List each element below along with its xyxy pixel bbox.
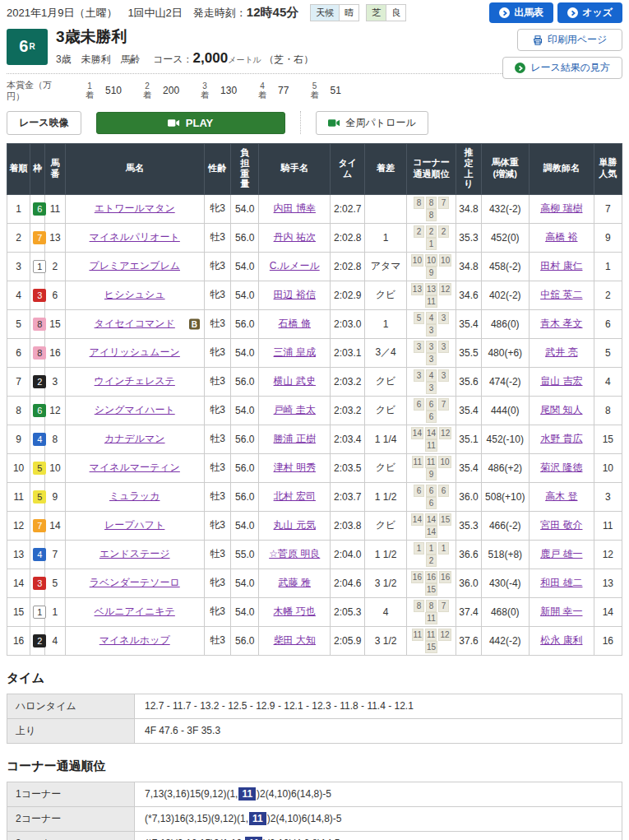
horse-link[interactable]: マイネルマーティン — [90, 462, 180, 473]
trainer-link[interactable]: 水野 貴広 — [540, 433, 582, 444]
jockey-link[interactable]: ☆菅原 明良 — [269, 548, 320, 559]
finish-position: 12 — [7, 511, 30, 540]
win-favorite: 4 — [594, 367, 622, 396]
entries-button[interactable]: 出馬表 — [489, 2, 553, 23]
horse-link[interactable]: ヒシシュシュ — [104, 289, 165, 300]
finish-time: 2:05.9 — [331, 626, 365, 655]
jockey-link[interactable]: 丹内 祐次 — [274, 231, 316, 243]
corner-section-title: コーナー通過順位 — [7, 759, 622, 774]
trainer-link[interactable]: 新開 幸一 — [540, 606, 582, 617]
patrol-video-button[interactable]: 全周パトロール — [316, 111, 428, 135]
estimated-last-3f: 35.4 — [456, 396, 481, 425]
jockey-link[interactable]: 津村 明秀 — [274, 462, 316, 473]
horse-link[interactable]: エンドステージ — [99, 548, 170, 559]
jockey-link[interactable]: 勝浦 正樹 — [274, 433, 316, 444]
jockey-link[interactable]: C.ルメール — [270, 260, 320, 271]
trainer-link[interactable]: 尾関 知人 — [540, 404, 582, 415]
corner-pass-number: 6 — [438, 485, 449, 497]
trainer-cell: 畠山 吉宏 — [530, 367, 594, 396]
horse-link[interactable]: ベルニアイニキテ — [95, 606, 175, 617]
jockey-link[interactable]: 石橋 脩 — [279, 318, 311, 329]
jockey-link[interactable]: 田辺 裕信 — [274, 289, 316, 300]
corner-pass-number: 7 — [438, 398, 449, 411]
trainer-link[interactable]: 高木 登 — [545, 490, 577, 502]
result-row: 1435ラベンダーテソーロ牝354.0武藤 雅2:04.63 1/2161616… — [7, 569, 622, 597]
horse-link[interactable]: プレミアエンブレム — [89, 260, 180, 271]
trainer-link[interactable]: 高柳 瑞樹 — [540, 202, 582, 214]
horse-name-cell: カナデルマン — [65, 425, 204, 453]
frame-cell: 7 — [30, 511, 45, 540]
horse-link[interactable]: エトワールマタン — [95, 202, 175, 214]
race-video-button[interactable]: レース映像 — [7, 111, 81, 135]
trainer-link[interactable]: 松永 康利 — [540, 634, 582, 646]
trainer-link[interactable]: 畠山 吉宏 — [540, 375, 582, 387]
carried-weight: 54.0 — [231, 338, 259, 367]
corner-pass-number: 10 — [439, 254, 451, 267]
horse-link[interactable]: アイリッシュムーン — [90, 346, 180, 358]
horse-link[interactable]: カナデルマン — [104, 433, 165, 444]
jockey-link[interactable]: 柴田 大知 — [274, 634, 316, 646]
jockey-link[interactable]: 丸山 元気 — [274, 519, 316, 531]
trainer-link[interactable]: 鹿戸 雄一 — [540, 548, 582, 559]
print-page-button[interactable]: 印刷用ページ — [517, 29, 622, 51]
corner-passing-cell: 1111109 — [406, 453, 456, 482]
corner-pass-number: 4 — [426, 369, 437, 382]
play-button[interactable]: PLAY — [96, 112, 285, 134]
horse-number: 15 — [45, 309, 65, 338]
finish-time: 2:03.2 — [331, 396, 365, 425]
jockey-link[interactable]: 内田 博幸 — [274, 202, 316, 214]
win-favorite: 1 — [594, 252, 622, 281]
corner-pass-number: 1 — [426, 542, 437, 555]
jockey-link[interactable]: 武藤 雅 — [279, 577, 311, 588]
estimated-last-3f: 35.5 — [456, 338, 481, 367]
trainer-link[interactable]: 武井 亮 — [545, 346, 577, 358]
trainer-cell: 尾関 知人 — [530, 396, 594, 425]
corner-pass-number: 8 — [426, 209, 437, 221]
corner-passing-cell: 14141514 — [406, 511, 456, 540]
win-favorite: 5 — [594, 338, 622, 367]
horse-link[interactable]: ラベンダーテソーロ — [90, 577, 180, 588]
meeting-info: 1回中山2日 — [127, 7, 182, 19]
frame-cell: 7 — [30, 223, 45, 252]
trainer-cell: 高木 登 — [530, 482, 594, 511]
trainer-link[interactable]: 宮田 敬介 — [540, 519, 582, 531]
horse-number: 11 — [45, 194, 65, 223]
trainer-link[interactable]: 菊沢 隆徳 — [540, 462, 582, 473]
jockey-link[interactable]: 横山 武史 — [274, 375, 316, 387]
trainer-link[interactable]: 青木 孝文 — [540, 318, 582, 329]
horse-weight: 458(-2) — [481, 252, 529, 281]
print-page-label: 印刷用ページ — [548, 33, 608, 47]
win-favorite: 7 — [594, 194, 622, 223]
sex-age: 牝3 — [204, 396, 230, 425]
horse-link[interactable]: マイネルホップ — [99, 634, 170, 646]
margin — [365, 194, 406, 223]
jockey-link[interactable]: 北村 宏司 — [274, 490, 316, 502]
result-row: 1511ベルニアイニキテ牝354.0木幡 巧也2:05.348871137.44… — [7, 597, 622, 626]
win-favorite: 10 — [594, 453, 622, 482]
horse-number: 10 — [45, 453, 65, 482]
trainer-link[interactable]: 高橋 裕 — [545, 231, 577, 243]
horse-link[interactable]: シングマイハート — [95, 404, 175, 415]
trainer-link[interactable]: 中舘 英二 — [540, 289, 582, 300]
race-conditions: 3歳 未勝利 馬齢 コース：2,000メートル （芝・右） — [56, 50, 313, 67]
finish-position: 4 — [7, 281, 30, 309]
win-favorite: 12 — [594, 540, 622, 569]
jockey-link[interactable]: 三浦 皇成 — [274, 346, 316, 358]
horse-weight: 474(-2) — [481, 367, 529, 396]
carried-weight: 56.0 — [231, 223, 259, 252]
trainer-link[interactable]: 和田 雄二 — [540, 577, 582, 588]
corner-pass-number: 6 — [426, 497, 437, 509]
jockey-link[interactable]: 戸崎 圭太 — [274, 404, 316, 415]
horse-link[interactable]: レープハフト — [104, 519, 164, 531]
odds-button[interactable]: オッズ — [557, 2, 622, 23]
jockey-link[interactable]: 木幡 巧也 — [274, 606, 316, 617]
results-guide-button[interactable]: レース結果の見方 — [502, 57, 622, 79]
finish-position: 5 — [7, 309, 30, 338]
finish-position: 3 — [7, 252, 30, 281]
horse-link[interactable]: ウインチェレステ — [95, 375, 175, 387]
horse-link[interactable]: マイネルパリオート — [90, 231, 180, 243]
frame-badge: 1 — [33, 260, 46, 273]
horse-link[interactable]: タイセイコマンド — [95, 318, 175, 329]
trainer-link[interactable]: 田村 康仁 — [540, 260, 582, 271]
horse-link[interactable]: ミュラッカ — [109, 490, 160, 502]
